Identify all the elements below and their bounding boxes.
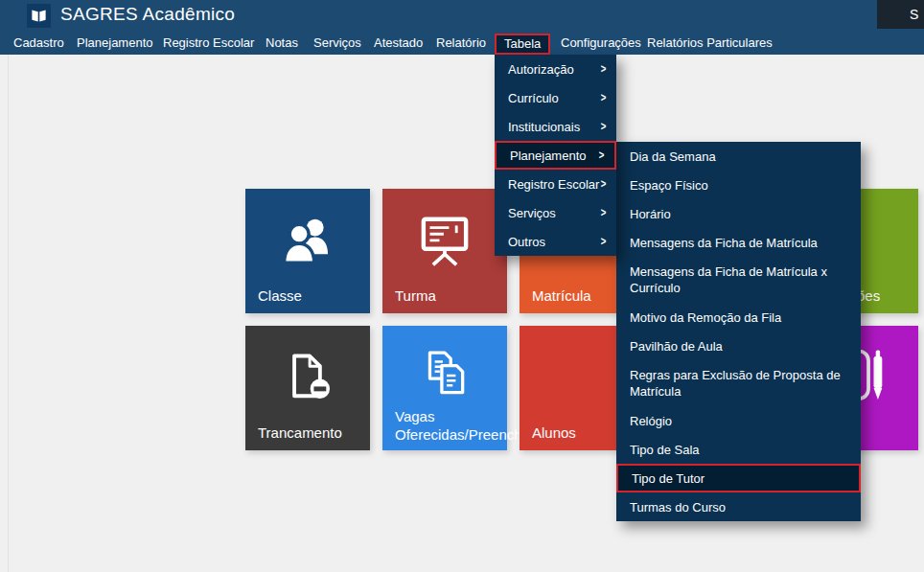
- dropdown-item-servicos[interactable]: Serviços >: [495, 198, 616, 227]
- dropdown-item-planejamento[interactable]: Planejamento >: [495, 141, 616, 170]
- planejamento-submenu: Dia da Semana Espaço Físico Horário Mens…: [616, 142, 861, 521]
- tile-classe[interactable]: Classe: [245, 189, 370, 313]
- dropdown-item-outros[interactable]: Outros >: [495, 227, 616, 256]
- menu-item-registro-escolar[interactable]: Registro Escolar: [163, 32, 254, 55]
- tile-label: Turma: [395, 286, 501, 305]
- tile-label: Classe: [258, 286, 364, 305]
- submenu-item-tipo-de-tutor[interactable]: Tipo de Tutor: [616, 464, 861, 492]
- submenu-item-turmas-do-curso[interactable]: Turmas do Curso: [616, 492, 861, 521]
- tile-label-fragment: ões: [857, 286, 912, 305]
- menu-item-atestado[interactable]: Atestado: [374, 32, 423, 55]
- chevron-right-icon: >: [601, 62, 607, 76]
- dropdown-item-autorizacao[interactable]: Autorização >: [495, 55, 616, 83]
- submenu-item-regras-exclusao-proposta-matricula[interactable]: Regras para Exclusão de Proposta de Matr…: [616, 360, 861, 406]
- app-window: Classe Turma Matrícula ões Tranc: [0, 0, 924, 572]
- submenu-item-pavilhao-de-aula[interactable]: Pavilhão de Aula: [616, 332, 861, 360]
- menubar: Cadastro Planejamento Registro Escolar N…: [0, 32, 924, 55]
- documents-icon: [417, 349, 473, 402]
- dropdown-item-registro-escolar[interactable]: Registro Escolar >: [495, 170, 616, 198]
- chevron-right-icon: >: [601, 91, 607, 104]
- submenu-item-mensagens-ficha-matricula[interactable]: Mensagens da Ficha de Matrícula: [616, 228, 861, 257]
- submenu-item-tipo-de-sala[interactable]: Tipo de Sala: [616, 435, 861, 464]
- document-minus-icon: [279, 349, 336, 406]
- menu-item-relatorios-particulares[interactable]: Relatórios Particulares: [647, 32, 773, 55]
- tile-turma[interactable]: Turma: [382, 189, 507, 313]
- menu-item-notas[interactable]: Notas: [266, 32, 298, 55]
- chevron-right-icon: >: [601, 177, 607, 191]
- tile-label: Trancamento: [258, 423, 364, 442]
- chevron-right-icon: >: [601, 235, 607, 248]
- submenu-item-relogio[interactable]: Relógio: [616, 406, 861, 435]
- menu-item-relatorio[interactable]: Relatório: [436, 32, 486, 55]
- chevron-right-icon: >: [601, 206, 607, 219]
- chevron-right-icon: >: [599, 149, 605, 162]
- chevron-right-icon: >: [601, 120, 607, 133]
- tile-label: Vagas Oferecidas/Preenchidas: [395, 407, 501, 444]
- tabela-dropdown-menu: Autorização > Currículo > Institucionais…: [495, 55, 616, 256]
- presentation-board-icon: [415, 212, 474, 271]
- people-icon: [278, 212, 337, 271]
- menu-item-tabela[interactable]: Tabela: [495, 34, 550, 55]
- submenu-item-mensagens-ficha-matricula-x-curriculo[interactable]: Mensagens da Ficha de Matrícula x Curríc…: [616, 257, 861, 303]
- tile-vagas-oferecidas-preenchidas[interactable]: Vagas Oferecidas/Preenchidas: [382, 326, 507, 450]
- dropdown-item-institucionais[interactable]: Institucionais >: [495, 112, 616, 141]
- menu-item-configuracoes[interactable]: Configurações: [561, 32, 641, 55]
- menu-item-servicos[interactable]: Serviços: [313, 32, 361, 55]
- menu-item-cadastro[interactable]: Cadastro: [13, 32, 64, 55]
- menu-item-planejamento[interactable]: Planejamento: [77, 32, 153, 55]
- dropdown-item-curriculo[interactable]: Currículo >: [495, 83, 616, 112]
- submenu-item-motivo-remocao-fila[interactable]: Motivo da Remoção da Fila: [616, 303, 861, 332]
- submenu-item-dia-da-semana[interactable]: Dia da Semana: [616, 142, 861, 171]
- submenu-item-horario[interactable]: Horário: [616, 199, 861, 228]
- submenu-item-espaco-fisico[interactable]: Espaço Físico: [616, 171, 861, 199]
- tile-trancamento[interactable]: Trancamento: [245, 326, 370, 450]
